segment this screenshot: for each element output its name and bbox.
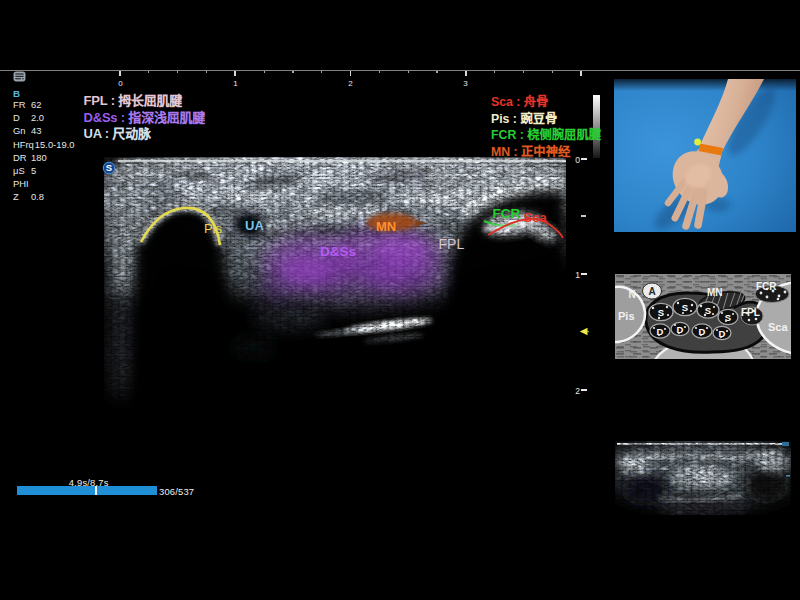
svg-text:FPL: FPL — [741, 307, 760, 318]
svg-text:S: S — [682, 302, 688, 313]
svg-text:A: A — [648, 286, 655, 297]
svg-text:Pis: Pis — [618, 310, 635, 322]
svg-text:Sca: Sca — [768, 321, 788, 333]
svg-text:S: S — [658, 307, 664, 318]
svg-text:S: S — [705, 305, 711, 316]
svg-text:MN: MN — [707, 287, 723, 298]
svg-text:S: S — [106, 162, 112, 173]
svg-text:FCR: FCR — [756, 281, 777, 292]
svg-text:N: N — [628, 289, 635, 300]
